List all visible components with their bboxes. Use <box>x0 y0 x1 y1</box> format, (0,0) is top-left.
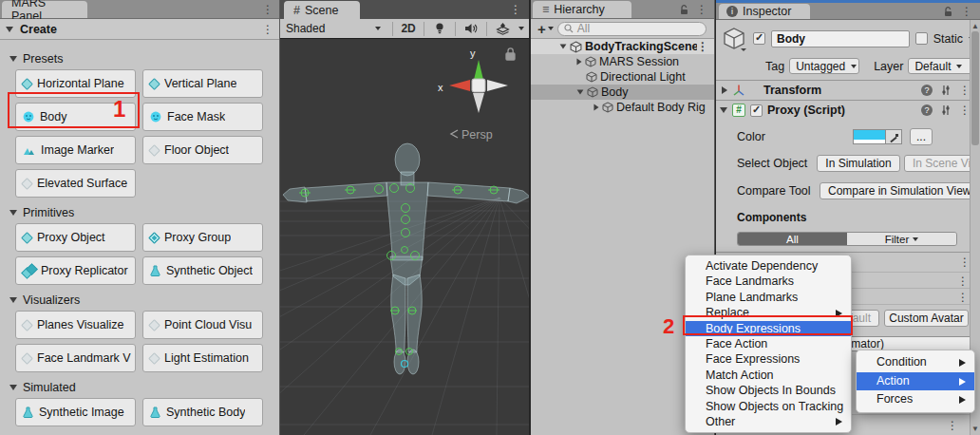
help-icon[interactable]: ? <box>921 85 933 96</box>
tag-dropdown[interactable]: Untagged <box>789 58 859 74</box>
hierarchy-row-directional-light[interactable]: Directional Light <box>531 69 714 85</box>
in-scene-view-button[interactable]: In Scene View <box>904 155 980 172</box>
simulated-synthetic-body-button[interactable]: Synthetic Body <box>142 398 263 426</box>
lock-icon[interactable] <box>943 6 953 17</box>
hierarchy-row-default-body-rig[interactable]: Default Body Rig <box>531 100 714 115</box>
inspector-tabstrip: i Inspector <box>716 3 980 20</box>
create-menu-icon[interactable] <box>262 24 273 35</box>
hierarchy-row-body[interactable]: Body <box>531 85 714 100</box>
inspector-menu-icon[interactable] <box>961 6 972 17</box>
preset-vertical-plane-button[interactable]: Vertical Plane <box>142 69 263 98</box>
proxy-script-component-header[interactable]: # Proxy (Script) ? <box>716 100 980 120</box>
static-checkbox[interactable] <box>915 32 928 45</box>
menu-item-match-action[interactable]: Match Action <box>686 368 851 383</box>
hierarchy-toolbar: + All <box>531 19 714 39</box>
tab-hierarchy[interactable]: ≡ Hierarchy <box>533 1 631 18</box>
menu-item-show-objects-in-bounds[interactable]: Show Objects In Bounds <box>686 383 851 398</box>
primitive-synthetic-object-button[interactable]: Synthetic Object <box>142 256 263 285</box>
lock-icon[interactable] <box>679 4 689 15</box>
compare-button[interactable]: Compare in Simulation View <box>820 182 980 199</box>
preset-face-mask-button[interactable]: Face Mask <box>142 103 263 131</box>
color-field[interactable] <box>853 129 902 144</box>
color-more-button[interactable]: ... <box>910 128 933 145</box>
proxy-enabled-checkbox[interactable] <box>750 104 763 117</box>
effects-dropdown-icon[interactable] <box>514 20 529 38</box>
hierarchy-row-scene[interactable]: BodyTrackingScene <box>531 39 714 54</box>
gameobject-cube-icon[interactable] <box>722 26 747 51</box>
preset-horizontal-plane-button[interactable]: Horizontal Plane <box>15 69 136 98</box>
scene-audio-icon[interactable] <box>460 20 482 38</box>
visualizer-point-cloud-button[interactable]: Point Cloud Visu <box>142 311 263 339</box>
menu-item-activate-dependency[interactable]: Activate Dependency <box>686 258 851 274</box>
menu-item-face-expressions[interactable]: Face Expressions <box>686 351 851 367</box>
row-menu-icon[interactable] <box>957 275 969 287</box>
script-icon: # <box>732 104 745 117</box>
gameobject-name-field[interactable]: Body <box>771 30 910 47</box>
gizmo-center[interactable] <box>472 79 485 92</box>
primitive-proxy-object-button[interactable]: Proxy Object <box>15 223 136 252</box>
components-label: Components <box>737 211 806 224</box>
primitive-proxy-replicator-button[interactable]: Proxy Replicator <box>15 256 136 285</box>
menu-item-other[interactable]: Other <box>686 414 851 429</box>
menu-item-plane-landmarks[interactable]: Plane Landmarks <box>686 290 851 305</box>
tab-all[interactable]: All <box>738 233 847 245</box>
scroll-up-icon[interactable]: ▲ <box>971 22 980 30</box>
mars-create-header[interactable]: Create <box>0 19 279 40</box>
submenu-item-forces[interactable]: Forces <box>857 390 974 409</box>
menu-item-face-landmarks[interactable]: Face Landmarks <box>686 274 851 289</box>
tab-scene[interactable]: # Scene <box>284 1 360 19</box>
menu-item-body-expressions[interactable]: Body Expressions <box>686 321 851 336</box>
2d-toggle-button[interactable]: 2D <box>397 20 420 38</box>
row-menu-icon[interactable] <box>957 292 969 303</box>
visualizer-light-estimation-button[interactable]: Light Estimation <box>142 344 263 372</box>
visualizer-planes-button[interactable]: Planes Visualize <box>15 311 136 339</box>
preset-floor-object-button[interactable]: Floor Object <box>142 136 263 164</box>
scene-lighting-icon[interactable] <box>428 20 451 38</box>
submenu-item-action[interactable]: Action <box>857 372 974 391</box>
tab-mars-panel[interactable]: MARS Panel <box>2 1 87 18</box>
tab-filter[interactable]: Filter <box>847 233 956 245</box>
draw-mode-dropdown[interactable]: Shaded <box>280 22 388 35</box>
menu-item-replace[interactable]: Replace <box>686 305 851 320</box>
scene-row-menu-icon[interactable] <box>697 41 708 52</box>
preset-elevated-surface-button[interactable]: Elevated Surface <box>15 169 136 198</box>
scrollbar-thumb[interactable] <box>971 31 979 145</box>
help-icon[interactable]: ? <box>921 104 933 116</box>
visualizer-face-landmark-button[interactable]: Face Landmark V <box>15 344 136 372</box>
section-presets[interactable]: Presets <box>9 49 279 67</box>
tab-inspector[interactable]: i Inspector <box>719 4 810 19</box>
scene-viewport[interactable]: y x Persp <box>280 39 530 435</box>
section-label: Visualizers <box>23 293 80 307</box>
row-menu-icon[interactable] <box>947 420 958 431</box>
hierarchy-menu-icon[interactable] <box>696 4 707 15</box>
section-visualizers[interactable]: Visualizers <box>9 291 279 309</box>
scene-tabstrip: # Scene <box>280 0 529 19</box>
submenu-item-condition[interactable]: Condition <box>857 353 974 372</box>
mars-panel-menu-icon[interactable] <box>262 4 273 15</box>
presets-icon[interactable] <box>940 85 952 96</box>
active-checkbox[interactable] <box>753 32 765 45</box>
primitive-proxy-group-button[interactable]: Proxy Group <box>142 223 263 252</box>
custom-avatar-button[interactable]: Custom Avatar <box>884 310 969 327</box>
chevron-down-icon <box>720 107 727 113</box>
menu-item-show-objects-on-tracking[interactable]: Show Objects on Tracking <box>686 399 851 414</box>
menu-item-face-action[interactable]: Face Action <box>686 336 851 351</box>
transform-component-header[interactable]: Transform ? <box>716 80 980 100</box>
preset-image-marker-button[interactable]: Image Marker <box>15 136 136 164</box>
eyedropper-icon[interactable] <box>885 130 901 143</box>
flask-icon <box>150 265 160 276</box>
hierarchy-search-input[interactable]: All <box>557 22 707 36</box>
section-simulated[interactable]: Simulated <box>9 378 279 396</box>
section-primitives[interactable]: Primitives <box>9 203 279 221</box>
layer-dropdown[interactable]: Default <box>908 58 972 74</box>
add-object-button[interactable]: + <box>535 21 554 37</box>
transform-icon <box>732 84 745 97</box>
in-simulation-button[interactable]: In Simulation <box>817 155 900 172</box>
simulated-synthetic-image-button[interactable]: Synthetic Image <box>15 398 136 426</box>
color-swatch[interactable] <box>854 130 885 143</box>
presets-icon[interactable] <box>940 104 952 116</box>
hierarchy-row-mars-session[interactable]: MARS Session <box>531 54 714 69</box>
scene-effects-icon[interactable] <box>491 20 514 38</box>
scene-panel-menu-icon[interactable] <box>510 4 521 15</box>
scroll-down-icon[interactable]: ▼ <box>971 425 980 433</box>
